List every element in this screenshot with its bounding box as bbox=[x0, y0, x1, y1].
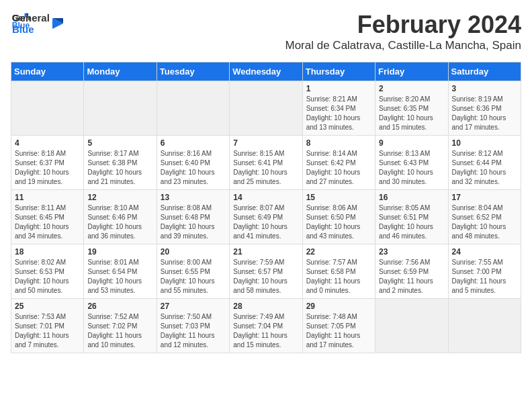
week-row-4: 18Sunrise: 8:02 AM Sunset: 6:53 PM Dayli… bbox=[11, 244, 521, 299]
day-number: 16 bbox=[379, 193, 444, 202]
day-info: Sunrise: 7:56 AM Sunset: 6:59 PM Dayligh… bbox=[379, 258, 444, 295]
calendar-cell: 26Sunrise: 7:52 AM Sunset: 7:02 PM Dayli… bbox=[84, 299, 157, 353]
day-info: Sunrise: 8:11 AM Sunset: 6:45 PM Dayligh… bbox=[15, 203, 80, 241]
day-info: Sunrise: 8:02 AM Sunset: 6:53 PM Dayligh… bbox=[15, 258, 80, 295]
day-info: Sunrise: 8:17 AM Sunset: 6:38 PM Dayligh… bbox=[87, 149, 152, 187]
day-number: 1 bbox=[306, 84, 371, 93]
calendar-cell: 15Sunrise: 8:06 AM Sunset: 6:50 PM Dayli… bbox=[302, 190, 375, 244]
day-info: Sunrise: 8:10 AM Sunset: 6:46 PM Dayligh… bbox=[87, 203, 152, 241]
day-number: 21 bbox=[233, 247, 298, 257]
day-info: Sunrise: 7:55 AM Sunset: 7:00 PM Dayligh… bbox=[452, 258, 517, 295]
day-number: 9 bbox=[379, 138, 444, 148]
calendar-cell: 16Sunrise: 8:05 AM Sunset: 6:51 PM Dayli… bbox=[375, 190, 448, 244]
day-number: 11 bbox=[15, 193, 80, 202]
calendar-cell: 23Sunrise: 7:56 AM Sunset: 6:59 PM Dayli… bbox=[375, 244, 448, 299]
header-thursday: Thursday bbox=[302, 62, 375, 81]
day-info: Sunrise: 8:05 AM Sunset: 6:51 PM Dayligh… bbox=[379, 203, 444, 241]
page-header: General Blue February 2024 Moral de Cala… bbox=[11, 11, 521, 59]
calendar-cell: 2Sunrise: 8:20 AM Sunset: 6:35 PM Daylig… bbox=[375, 81, 448, 136]
calendar-cell: 25Sunrise: 7:53 AM Sunset: 7:01 PM Dayli… bbox=[11, 299, 84, 353]
logo-text: General Blue bbox=[12, 12, 50, 36]
logo-chevron-icon bbox=[51, 17, 64, 30]
header-saturday: Saturday bbox=[448, 62, 521, 81]
month-title: February 2024 bbox=[285, 11, 521, 39]
calendar-cell: 14Sunrise: 8:07 AM Sunset: 6:49 PM Dayli… bbox=[230, 190, 302, 244]
logo-block: General Blue bbox=[12, 12, 64, 36]
day-number: 6 bbox=[161, 138, 226, 148]
day-number: 29 bbox=[306, 302, 371, 311]
day-number: 10 bbox=[452, 138, 517, 148]
day-number: 8 bbox=[306, 138, 371, 148]
calendar-cell: 12Sunrise: 8:10 AM Sunset: 6:46 PM Dayli… bbox=[84, 190, 157, 244]
calendar-cell bbox=[230, 81, 302, 136]
header-wednesday: Wednesday bbox=[230, 62, 302, 81]
day-number: 15 bbox=[306, 193, 371, 202]
calendar-cell: 5Sunrise: 8:17 AM Sunset: 6:38 PM Daylig… bbox=[84, 136, 157, 190]
day-info: Sunrise: 8:06 AM Sunset: 6:50 PM Dayligh… bbox=[306, 203, 371, 241]
day-number: 12 bbox=[87, 193, 152, 202]
week-row-3: 11Sunrise: 8:11 AM Sunset: 6:45 PM Dayli… bbox=[11, 190, 521, 244]
week-row-2: 4Sunrise: 8:18 AM Sunset: 6:37 PM Daylig… bbox=[11, 136, 521, 190]
calendar-cell: 21Sunrise: 7:59 AM Sunset: 6:57 PM Dayli… bbox=[230, 244, 302, 299]
day-info: Sunrise: 8:14 AM Sunset: 6:42 PM Dayligh… bbox=[306, 149, 371, 187]
calendar-cell bbox=[157, 81, 229, 136]
calendar-cell: 9Sunrise: 8:13 AM Sunset: 6:43 PM Daylig… bbox=[375, 136, 448, 190]
day-number: 2 bbox=[379, 84, 444, 93]
day-info: Sunrise: 8:16 AM Sunset: 6:40 PM Dayligh… bbox=[161, 149, 226, 187]
location-subtitle: Moral de Calatrava, Castille-La Mancha, … bbox=[285, 39, 521, 52]
calendar-cell: 20Sunrise: 8:00 AM Sunset: 6:55 PM Dayli… bbox=[157, 244, 229, 299]
day-number: 7 bbox=[233, 138, 298, 148]
calendar-cell: 1Sunrise: 8:21 AM Sunset: 6:34 PM Daylig… bbox=[302, 81, 375, 136]
day-info: Sunrise: 8:18 AM Sunset: 6:37 PM Dayligh… bbox=[15, 149, 80, 187]
calendar-cell: 24Sunrise: 7:55 AM Sunset: 7:00 PM Dayli… bbox=[448, 244, 521, 299]
day-info: Sunrise: 7:50 AM Sunset: 7:03 PM Dayligh… bbox=[161, 312, 226, 350]
header-sunday: Sunday bbox=[11, 62, 84, 81]
day-number: 27 bbox=[161, 302, 226, 311]
day-number: 24 bbox=[452, 247, 517, 257]
day-info: Sunrise: 8:07 AM Sunset: 6:49 PM Dayligh… bbox=[233, 203, 298, 241]
day-info: Sunrise: 8:21 AM Sunset: 6:34 PM Dayligh… bbox=[306, 95, 371, 132]
calendar-header-row: SundayMondayTuesdayWednesdayThursdayFrid… bbox=[11, 62, 521, 81]
day-info: Sunrise: 8:12 AM Sunset: 6:44 PM Dayligh… bbox=[452, 149, 517, 187]
day-info: Sunrise: 8:01 AM Sunset: 6:54 PM Dayligh… bbox=[87, 258, 152, 295]
day-info: Sunrise: 7:59 AM Sunset: 6:57 PM Dayligh… bbox=[233, 258, 298, 295]
day-info: Sunrise: 7:49 AM Sunset: 7:04 PM Dayligh… bbox=[233, 312, 298, 350]
day-number: 14 bbox=[233, 193, 298, 202]
calendar-cell bbox=[84, 81, 157, 136]
calendar-cell: 3Sunrise: 8:19 AM Sunset: 6:36 PM Daylig… bbox=[448, 81, 521, 136]
day-info: Sunrise: 8:15 AM Sunset: 6:41 PM Dayligh… bbox=[233, 149, 298, 187]
day-number: 18 bbox=[15, 247, 80, 257]
day-number: 20 bbox=[161, 247, 226, 257]
calendar-cell: 29Sunrise: 7:48 AM Sunset: 7:05 PM Dayli… bbox=[302, 299, 375, 353]
day-info: Sunrise: 8:08 AM Sunset: 6:48 PM Dayligh… bbox=[161, 203, 226, 241]
header-tuesday: Tuesday bbox=[157, 62, 229, 81]
calendar-cell: 10Sunrise: 8:12 AM Sunset: 6:44 PM Dayli… bbox=[448, 136, 521, 190]
day-info: Sunrise: 7:57 AM Sunset: 6:58 PM Dayligh… bbox=[306, 258, 371, 295]
day-number: 26 bbox=[87, 302, 152, 311]
calendar-cell bbox=[448, 299, 521, 353]
header-monday: Monday bbox=[84, 62, 157, 81]
calendar-cell bbox=[11, 81, 84, 136]
day-info: Sunrise: 8:13 AM Sunset: 6:43 PM Dayligh… bbox=[379, 149, 444, 187]
calendar-table: SundayMondayTuesdayWednesdayThursdayFrid… bbox=[11, 62, 521, 353]
calendar-cell: 6Sunrise: 8:16 AM Sunset: 6:40 PM Daylig… bbox=[157, 136, 229, 190]
day-info: Sunrise: 7:53 AM Sunset: 7:01 PM Dayligh… bbox=[15, 312, 80, 350]
calendar-cell: 19Sunrise: 8:01 AM Sunset: 6:54 PM Dayli… bbox=[84, 244, 157, 299]
day-number: 3 bbox=[452, 84, 517, 93]
day-info: Sunrise: 7:52 AM Sunset: 7:02 PM Dayligh… bbox=[87, 312, 152, 350]
day-info: Sunrise: 7:48 AM Sunset: 7:05 PM Dayligh… bbox=[306, 312, 371, 350]
day-number: 19 bbox=[87, 247, 152, 257]
day-info: Sunrise: 8:04 AM Sunset: 6:52 PM Dayligh… bbox=[452, 203, 517, 241]
day-number: 23 bbox=[379, 247, 444, 257]
calendar-cell: 27Sunrise: 7:50 AM Sunset: 7:03 PM Dayli… bbox=[157, 299, 229, 353]
day-number: 4 bbox=[15, 138, 80, 148]
calendar-cell: 11Sunrise: 8:11 AM Sunset: 6:45 PM Dayli… bbox=[11, 190, 84, 244]
calendar-cell: 4Sunrise: 8:18 AM Sunset: 6:37 PM Daylig… bbox=[11, 136, 84, 190]
week-row-5: 25Sunrise: 7:53 AM Sunset: 7:01 PM Dayli… bbox=[11, 299, 521, 353]
day-number: 17 bbox=[452, 193, 517, 202]
header-friday: Friday bbox=[375, 62, 448, 81]
week-row-1: 1Sunrise: 8:21 AM Sunset: 6:34 PM Daylig… bbox=[11, 81, 521, 136]
day-number: 28 bbox=[233, 302, 298, 311]
calendar-cell: 8Sunrise: 8:14 AM Sunset: 6:42 PM Daylig… bbox=[302, 136, 375, 190]
logo-general: General bbox=[12, 12, 50, 24]
